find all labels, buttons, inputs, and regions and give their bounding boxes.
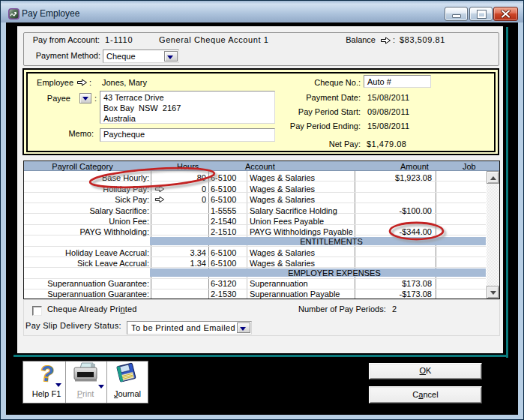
svg-text:?: ? (39, 362, 55, 386)
